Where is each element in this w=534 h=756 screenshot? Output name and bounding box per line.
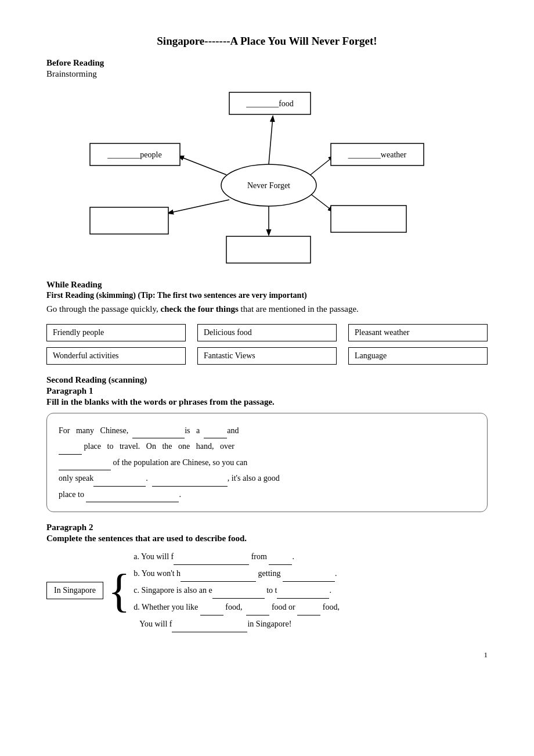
blank-a1[interactable] — [174, 548, 249, 565]
page-number: 1 — [484, 650, 488, 659]
svg-rect-16 — [226, 236, 311, 263]
brainstorm-label: Brainstorming — [46, 69, 488, 79]
svg-text:________weather: ________weather — [348, 150, 407, 159]
svg-text:________food: ________food — [246, 99, 294, 108]
sentence-b: b. You won't h getting . — [134, 565, 340, 582]
in-singapore-layout: In Singapore { a. You will f from . b. Y… — [46, 548, 488, 632]
para2-label: Paragraph 2 — [46, 523, 488, 532]
svg-line-2 — [311, 156, 334, 175]
blank-3[interactable] — [59, 438, 82, 455]
sentence-a: a. You will f from . — [134, 548, 340, 565]
in-singapore-box: In Singapore — [46, 582, 103, 599]
svg-line-4 — [168, 200, 229, 213]
para2-instruction: Complete the sentences that are used to … — [46, 534, 488, 543]
page-title: Singapore-------A Place You Will Never F… — [46, 35, 488, 48]
svg-line-1 — [179, 156, 226, 175]
svg-line-0 — [269, 117, 273, 164]
sentences-list: a. You will f from . b. You won't h gett… — [134, 548, 340, 632]
blank-7[interactable] — [86, 487, 179, 503]
sentence-c: c. Singapore is also an e to t . — [134, 582, 340, 599]
blank-d3[interactable] — [297, 599, 320, 615]
blank-1[interactable] — [132, 423, 185, 439]
svg-text:________people: ________people — [107, 150, 161, 159]
check-item-4: Wonderful activities — [46, 347, 186, 365]
bold-instruction: check the four things — [161, 304, 239, 314]
check-item-2: Delicious food — [197, 324, 337, 341]
brace-container: { a. You will f from . b. You won't h ge… — [108, 548, 340, 632]
para1-label: Paragraph 1 — [46, 386, 488, 396]
para1-instruction: Fill in the blanks with the words or phr… — [46, 397, 488, 407]
blank-5[interactable] — [93, 470, 146, 487]
para2-section: Paragraph 2 Complete the sentences that … — [46, 523, 488, 632]
before-reading-label: Before Reading — [46, 58, 488, 68]
fill-text: For many Chinese, is a and place to trav… — [59, 426, 280, 499]
mindmap: ________food ________people ________weat… — [46, 84, 488, 269]
check-item-6: Language — [348, 347, 488, 365]
second-reading-label: Second Reading (scanning) — [46, 375, 488, 385]
blank-d4[interactable] — [172, 615, 247, 632]
check-item-3: Pleasant weather — [348, 324, 488, 341]
blank-4[interactable] — [59, 455, 111, 471]
svg-line-3 — [311, 194, 333, 211]
blank-2[interactable] — [204, 423, 227, 439]
sentence-d: d. Whether you like food, food or food, — [134, 599, 340, 615]
sentence-d2: You will f in Singapore! — [134, 615, 340, 632]
blank-b2[interactable] — [283, 565, 335, 582]
first-reading-instruction: Go through the passage quickly, check th… — [46, 303, 488, 316]
blank-d1[interactable] — [200, 599, 223, 615]
fill-in-box: For many Chinese, is a and place to trav… — [46, 413, 488, 513]
first-reading-label: First Reading (skimming) (Tip: The first… — [46, 291, 488, 300]
check-item-5: Fantastic Views — [197, 347, 337, 365]
blank-6[interactable] — [152, 470, 228, 487]
brace-symbol: { — [108, 548, 130, 632]
check-item-1: Friendly people — [46, 324, 186, 341]
second-reading-section: Second Reading (scanning) Paragraph 1 Fi… — [46, 375, 488, 513]
svg-rect-14 — [331, 206, 406, 232]
while-reading-section: While Reading First Reading (skimming) (… — [46, 280, 488, 365]
blank-b1[interactable] — [181, 565, 256, 582]
blank-c2[interactable] — [277, 582, 329, 599]
svg-rect-15 — [90, 207, 168, 234]
while-reading-label: While Reading — [46, 280, 488, 290]
blank-c1[interactable] — [212, 582, 265, 599]
blank-a2[interactable] — [269, 548, 292, 565]
svg-text:Never Forget: Never Forget — [247, 181, 290, 190]
mindmap-svg: ________food ________people ________weat… — [46, 84, 488, 269]
checkbox-grid: Friendly people Delicious food Pleasant … — [46, 324, 488, 365]
blank-d2[interactable] — [246, 599, 269, 615]
